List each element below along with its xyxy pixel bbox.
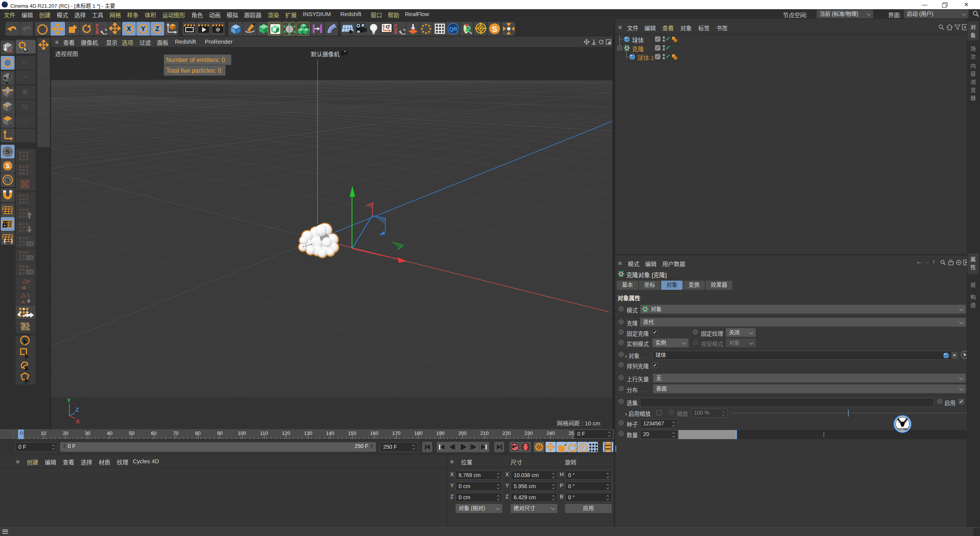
svg-text:X: X [127, 25, 131, 33]
svg-text:QR: QR [449, 26, 457, 32]
svg-text:S: S [6, 177, 10, 183]
svg-text:X: X [76, 418, 80, 425]
svg-text:( ): ( ) [3, 238, 13, 244]
svg-text:透视视图: 透视视图 [55, 51, 78, 57]
svg-text:Y: Y [141, 25, 145, 33]
svg-text:Z: Z [155, 25, 159, 33]
svg-text:P: P [581, 445, 585, 451]
svg-text:R: R [394, 30, 397, 34]
svg-text:S: S [6, 163, 10, 169]
svg-text:默认摄像机: 默认摄像机 [311, 51, 340, 57]
svg-text:Number of emitters: 0: Number of emitters: 0 [166, 57, 225, 63]
svg-text:R: R [96, 30, 99, 34]
svg-text:行走的摄像机: 行走的摄像机 [897, 428, 908, 430]
svg-text:Total live particles: 0: Total live particles: 0 [166, 67, 221, 74]
svg-text:网格间距 : 10 cm: 网格间距 : 10 cm [557, 420, 600, 427]
svg-text:S: S [6, 149, 10, 155]
svg-text:Z: Z [75, 406, 79, 413]
svg-text:S: S [492, 25, 497, 33]
svg-text:Y: Y [67, 397, 71, 404]
